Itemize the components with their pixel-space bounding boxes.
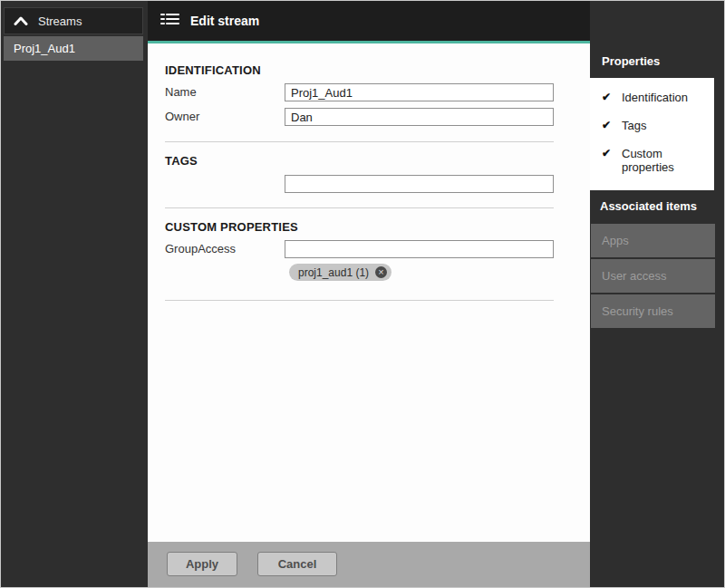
associated-items-list: Apps User access Security rules (591, 224, 715, 330)
owner-label: Owner (165, 110, 199, 123)
properties-nav: ✔ Identification ✔ Tags ✔ Custom propert… (590, 78, 714, 190)
qmc-edit-stream-screen: Streams Proj1_Aud1 Edit stream IDENTIFIC… (0, 0, 725, 588)
apply-button[interactable]: Apply (167, 552, 237, 576)
nav-item-custom-properties[interactable]: ✔ Custom properties (590, 140, 714, 181)
edit-stream-form: IDENTIFICATION Name Owner TAGS CUSTOM PR… (148, 43, 590, 542)
nav-item-label: Tags (622, 119, 646, 132)
name-label: Name (165, 85, 197, 99)
section-divider (165, 207, 554, 208)
identification-heading: IDENTIFICATION (165, 63, 261, 77)
cancel-button[interactable]: Cancel (257, 552, 337, 576)
edit-stream-icon (160, 11, 180, 31)
name-input[interactable] (285, 83, 554, 101)
group-access-label: GroupAccess (165, 242, 236, 255)
owner-input[interactable] (285, 108, 554, 126)
stream-list-item-selected[interactable]: Proj1_Aud1 (4, 36, 143, 61)
action-footer: Apply Cancel (148, 542, 590, 588)
associated-security-rules-button[interactable]: Security rules (591, 294, 715, 328)
streams-collapse-header[interactable]: Streams (4, 7, 143, 34)
nav-item-label: Custom properties (622, 147, 700, 174)
section-divider (165, 300, 554, 301)
check-icon: ✔ (602, 147, 614, 160)
nav-item-identification[interactable]: ✔ Identification (590, 83, 714, 111)
associated-user-access-button[interactable]: User access (591, 259, 715, 293)
chip-remove-icon[interactable]: × (375, 266, 387, 278)
section-divider (165, 141, 554, 142)
group-access-input[interactable] (285, 240, 554, 258)
custom-properties-heading: CUSTOM PROPERTIES (165, 220, 298, 234)
chevron-up-icon (14, 14, 28, 28)
check-icon: ✔ (602, 91, 614, 104)
nav-item-label: Identification (622, 91, 688, 104)
tags-heading: TAGS (165, 154, 198, 168)
properties-title: Properties (602, 54, 660, 68)
chip-label: proj1_aud1 (1) (298, 266, 369, 279)
properties-panel: Properties ✔ Identification ✔ Tags ✔ Cus… (590, 1, 725, 588)
check-icon: ✔ (602, 119, 614, 132)
streams-header-label: Streams (38, 14, 82, 28)
associated-items-title: Associated items (600, 199, 697, 213)
group-access-chip: proj1_aud1 (1) × (289, 264, 392, 281)
associated-apps-button[interactable]: Apps (591, 224, 715, 257)
page-title: Edit stream (190, 14, 259, 28)
nav-item-tags[interactable]: ✔ Tags (590, 111, 714, 140)
edit-stream-header: Edit stream (148, 1, 590, 41)
tags-input[interactable] (285, 175, 554, 193)
stream-item-label: Proj1_Aud1 (14, 42, 75, 55)
